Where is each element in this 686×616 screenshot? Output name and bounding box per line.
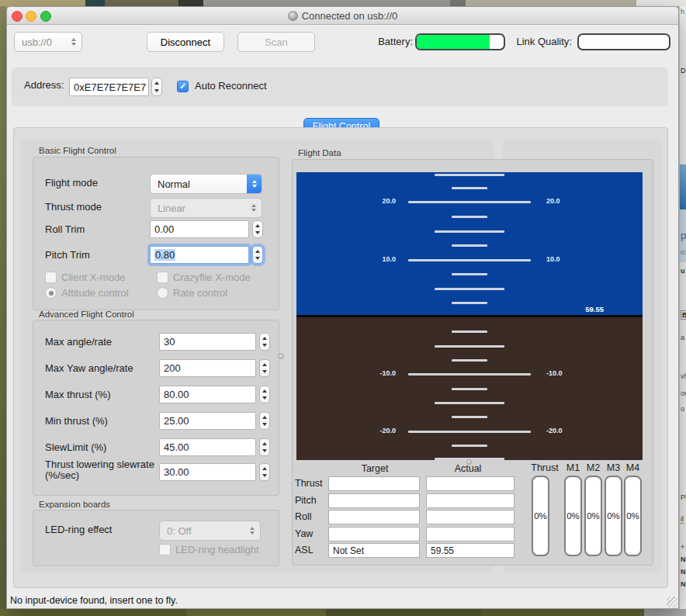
roll-trim-input[interactable]: 0.00 xyxy=(150,220,249,238)
slewlimit-label: SlewLimit (%) xyxy=(45,441,106,453)
pitch-label-m20-right: -20.0 xyxy=(546,427,571,434)
pitch-actual-field[interactable] xyxy=(426,493,514,508)
address-label: Address: xyxy=(24,79,64,91)
pitch-label-m10-left: -10.0 xyxy=(371,369,396,377)
row-label-pitch: Pitch xyxy=(295,493,327,508)
pitch-ladder-line xyxy=(452,302,487,304)
asl-target-field[interactable]: Not Set xyxy=(328,543,420,558)
close-window-button[interactable] xyxy=(12,11,23,22)
max-thrust-label: Max thrust (%) xyxy=(45,389,111,400)
bg-text-fragment: B xyxy=(681,310,686,320)
chevron-updown-icon xyxy=(248,204,260,212)
pitch-ladder-line xyxy=(452,359,487,362)
pitch-ladder-line xyxy=(452,216,487,218)
pitch-label-10-left: 10.0 xyxy=(371,255,396,263)
yaw-target-field[interactable] xyxy=(328,527,420,542)
rate-control-radio xyxy=(157,287,168,299)
pitch-ladder-line xyxy=(435,402,504,404)
roll-actual-field[interactable] xyxy=(426,510,514,524)
min-thrust-stepper[interactable] xyxy=(259,412,270,430)
pitch-trim-input[interactable]: 0.80 xyxy=(150,246,249,264)
attitude-control-label: Attitude control xyxy=(61,287,129,299)
max-thrust-input[interactable]: 80.00 xyxy=(159,386,256,403)
interface-selected-value: usb://0 xyxy=(22,36,68,48)
max-yaw-stepper[interactable] xyxy=(259,359,270,377)
min-thrust-input[interactable]: 25.00 xyxy=(159,412,256,430)
basic-flight-control-group: Flight mode Normal Thrust mode Linear Ro… xyxy=(33,157,279,310)
thrust-target-field[interactable] xyxy=(328,476,420,491)
roll-trim-stepper[interactable] xyxy=(252,220,263,238)
bg-text-fragment: il xyxy=(681,515,684,524)
pitch-ladder-line xyxy=(435,230,504,233)
pitch-ladder-line xyxy=(452,330,487,333)
thrust-bar: 0% xyxy=(532,476,549,556)
pitch-ladder-line xyxy=(408,373,531,375)
m2-bar: 0% xyxy=(584,476,602,556)
m2-bar-value: 0% xyxy=(587,511,600,521)
flight-mode-select[interactable]: Normal xyxy=(150,174,262,194)
bg-text-fragment: N xyxy=(681,555,686,563)
altitude-osd-value: 59.55 xyxy=(573,305,604,313)
max-yaw-input[interactable]: 200 xyxy=(159,359,256,377)
pitch-label-20-left: 20.0 xyxy=(371,197,396,205)
asl-actual-field[interactable]: 59.55 xyxy=(426,543,514,558)
address-input[interactable]: 0xE7E7E7E7E7 xyxy=(69,78,149,96)
bg-text-fragment: D xyxy=(681,67,686,74)
bg-text-fragment: a xyxy=(681,334,684,341)
slewlimit-stepper[interactable] xyxy=(259,438,270,456)
minimize-window-button[interactable] xyxy=(26,11,36,22)
interface-select[interactable]: usb://0 xyxy=(14,32,82,52)
pitch-label-20-right: 20.0 xyxy=(546,197,571,205)
link-quality-label: Link Quality: xyxy=(508,36,572,47)
resize-grip[interactable] xyxy=(667,597,677,607)
flight-data-group: 20.0 20.0 10.0 10.0 -10.0 -10.0 -20.0 -2… xyxy=(292,159,653,566)
bg-text-fragment: o xyxy=(681,405,684,413)
motor-header-thrust: Thrust xyxy=(528,462,561,473)
max-angle-stepper[interactable] xyxy=(259,333,270,351)
roll-target-field[interactable] xyxy=(328,510,420,524)
thrust-lowering-input[interactable]: 30.00 xyxy=(159,463,256,481)
bg-text-fragment: o: xyxy=(681,248,686,256)
pitch-target-field[interactable] xyxy=(328,493,420,508)
yaw-actual-field[interactable] xyxy=(426,527,514,542)
thrust-lowering-stepper[interactable] xyxy=(259,463,270,481)
max-angle-label: Max angle/rate xyxy=(45,336,112,348)
pitch-trim-label: Pitch Trim xyxy=(45,249,90,261)
zoom-window-button[interactable] xyxy=(40,11,51,22)
address-stepper[interactable] xyxy=(151,78,162,96)
thrust-bar-value: 0% xyxy=(534,511,547,521)
flight-control-pane: Basic Flight Control Flight mode Normal … xyxy=(13,127,668,588)
actual-header: Actual xyxy=(432,463,504,474)
pitch-ladder-line xyxy=(408,431,531,433)
motor-header-m2: M2 xyxy=(583,462,604,473)
title-bar[interactable]: Connected on usb://0 xyxy=(7,7,678,25)
scan-button: Scan xyxy=(237,32,315,52)
pitch-ladder-line xyxy=(408,259,531,261)
thrust-actual-field[interactable] xyxy=(426,476,514,491)
motor-header-m1: M1 xyxy=(563,462,584,473)
basic-flight-control-title: Basic Flight Control xyxy=(39,146,116,155)
disconnect-button[interactable]: Disconnect xyxy=(147,32,224,52)
pitch-ladder-line xyxy=(435,345,504,348)
bg-text-fragment: p xyxy=(681,230,686,241)
bg-text-fragment: Pl xyxy=(681,493,686,501)
pitch-ladder-line xyxy=(408,201,531,203)
auto-reconnect-checkbox[interactable]: ✓ xyxy=(177,81,189,92)
check-icon: ✓ xyxy=(179,81,186,92)
splitter-handle-vertical[interactable] xyxy=(278,353,284,359)
thrust-mode-label: Thrust mode xyxy=(45,201,102,213)
row-label-roll: Roll xyxy=(295,510,327,524)
max-thrust-stepper[interactable] xyxy=(259,386,270,403)
led-ring-effect-select: 0: Off xyxy=(159,521,261,541)
row-label-thrust: Thrust xyxy=(295,476,327,491)
led-ring-headlight-label: LED-ring headlight xyxy=(175,544,259,555)
battery-label: Battery: xyxy=(333,36,413,47)
bg-text-fragment: or xyxy=(681,389,686,397)
max-angle-input[interactable]: 30 xyxy=(159,333,256,351)
m1-bar-value: 0% xyxy=(566,511,580,521)
slewlimit-input[interactable]: 45.00 xyxy=(159,438,256,456)
app-window: Connected on usb://0 usb://0 Disconnect … xyxy=(6,6,679,609)
advanced-flight-control-group: Max angle/rate 30 Max Yaw angle/rate 200… xyxy=(33,320,279,496)
rate-control-label: Rate control xyxy=(173,287,227,299)
pitch-trim-stepper[interactable] xyxy=(252,246,263,264)
